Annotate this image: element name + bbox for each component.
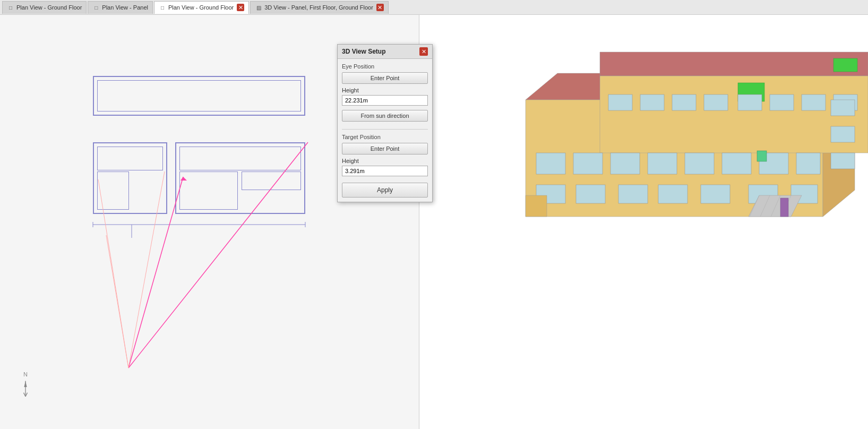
building-rect-bm-inner1	[179, 147, 301, 170]
tab-plan-view-panel[interactable]: □ Plan View - Panel	[88, 1, 153, 14]
plan-icon-1: □	[7, 4, 14, 11]
svg-rect-31	[658, 185, 687, 203]
svg-rect-21	[573, 153, 603, 174]
from-sun-button[interactable]: From sun direction	[342, 110, 428, 122]
3d-view-panel	[419, 15, 868, 429]
enter-point-target-button[interactable]: Enter Point	[342, 143, 428, 155]
building-rect-bm-inner2	[179, 171, 238, 210]
target-position-label: Target Position	[342, 134, 428, 140]
svg-rect-25	[722, 153, 751, 174]
dialog-body: Eye Position Enter Point Height From sun…	[338, 59, 432, 202]
enter-point-eye-button[interactable]: Enter Point	[342, 72, 428, 84]
svg-rect-49	[640, 95, 664, 110]
north-arrow: N	[20, 371, 31, 400]
building-rect-top-inner	[97, 80, 301, 111]
svg-rect-23	[648, 153, 677, 174]
building-rect-bm-inner3	[242, 171, 301, 190]
close-tab-4[interactable]: ✕	[376, 4, 384, 11]
svg-rect-54	[831, 100, 855, 116]
main-content: N	[0, 15, 868, 429]
svg-rect-43	[780, 198, 788, 217]
svg-marker-19	[600, 76, 868, 153]
building-rect-bl-inner2	[97, 171, 129, 210]
3d-view-setup-dialog: 3D View Setup ✕ Eye Position Enter Point…	[337, 44, 433, 202]
svg-rect-45	[770, 95, 794, 110]
dialog-title: 3D View Setup	[342, 48, 385, 55]
svg-line-8	[106, 235, 128, 368]
svg-rect-24	[685, 153, 714, 174]
eye-height-input[interactable]	[342, 95, 428, 106]
building-3d-svg	[419, 15, 868, 429]
svg-rect-52	[831, 126, 855, 142]
close-tab-3[interactable]: ✕	[237, 4, 244, 11]
plan-icon-2: □	[92, 4, 100, 11]
svg-rect-53	[831, 153, 855, 169]
svg-rect-44	[738, 95, 762, 110]
eye-height-label: Height	[342, 87, 428, 93]
dialog-titlebar: 3D View Setup ✕	[338, 45, 432, 59]
svg-rect-48	[608, 95, 632, 110]
svg-rect-55	[757, 151, 767, 161]
svg-marker-18	[600, 52, 868, 76]
north-arrow-icon	[20, 379, 31, 400]
3d-icon-4: ▨	[255, 4, 262, 11]
target-height-label: Height	[342, 158, 428, 164]
tab-3d-view[interactable]: ▨ 3D View - Panel, First Floor, Ground F…	[250, 1, 389, 14]
eye-position-label: Eye Position	[342, 63, 428, 70]
svg-rect-30	[618, 185, 648, 203]
svg-rect-22	[611, 153, 640, 174]
tab-bar: □ Plan View - Ground Floor □ Plan View -…	[0, 0, 868, 15]
apply-button[interactable]: Apply	[342, 183, 428, 198]
svg-rect-20	[536, 153, 565, 174]
tab-plan-view-ground-floor-1[interactable]: □ Plan View - Ground Floor	[2, 1, 87, 14]
separator	[342, 129, 428, 130]
svg-marker-42	[526, 195, 547, 217]
svg-rect-36	[833, 58, 857, 72]
svg-rect-29	[576, 185, 605, 203]
svg-rect-51	[704, 95, 728, 110]
svg-rect-32	[701, 185, 730, 203]
svg-marker-12	[24, 381, 27, 387]
svg-rect-50	[672, 95, 696, 110]
svg-rect-46	[802, 95, 826, 110]
plan-icon-3: □	[159, 4, 166, 11]
tab-plan-view-ground-floor-2[interactable]: □ Plan View - Ground Floor ✕	[154, 1, 249, 14]
building-rect-bl-inner1	[97, 147, 163, 170]
target-height-input[interactable]	[342, 166, 428, 176]
svg-rect-27	[796, 153, 820, 174]
dialog-close-button[interactable]: ✕	[419, 47, 428, 56]
